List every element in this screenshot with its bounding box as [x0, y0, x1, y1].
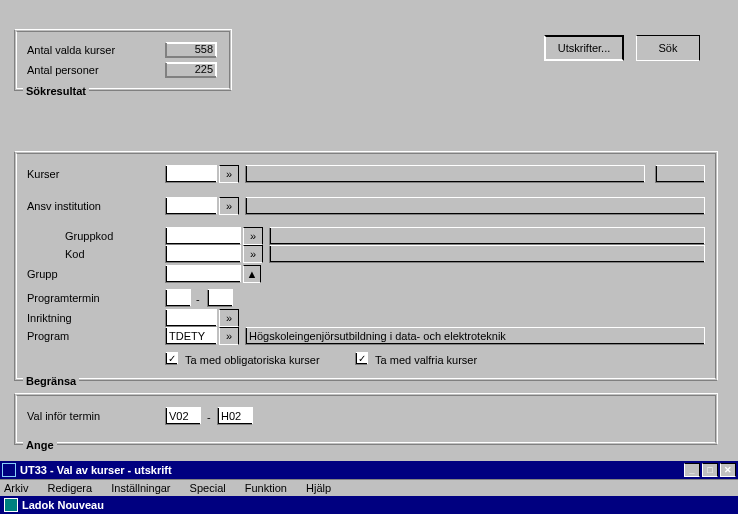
group-begransa: Begränsa ✓ Ta med obligatoriska kurser ✓… [14, 151, 718, 381]
lookup-ansv-institution-button[interactable]: » [219, 197, 239, 215]
label-antal-valda: Antal valda kurser [27, 44, 115, 56]
input-termin-to[interactable]: H02 [217, 407, 253, 425]
label-program: Program [27, 330, 69, 342]
label-ansv-institution: Ansv institution [27, 200, 101, 212]
value-antal-valda: 558 [165, 42, 217, 58]
menu-redigera[interactable]: Redigera [48, 482, 101, 494]
menu-funktion[interactable]: Funktion [245, 482, 295, 494]
doc-title-text: UT33 - Val av kurser - utskrift [20, 464, 172, 476]
sok-button[interactable]: Sök [636, 35, 700, 61]
app-icon [4, 498, 18, 512]
display-kurser-desc [245, 165, 645, 183]
input-progtermin-to[interactable] [207, 289, 233, 307]
lookup-kod-button[interactable]: » [243, 245, 263, 263]
check-icon: ✓ [165, 352, 178, 365]
lookup-gruppkod-button[interactable]: » [243, 227, 263, 245]
menu-special[interactable]: Special [190, 482, 234, 494]
doc-icon [2, 463, 16, 477]
group-ange: Ange Val inför termin V02 - H02 [14, 393, 718, 445]
menu-hjalp[interactable]: Hjälp [306, 482, 339, 494]
group-begransa-legend: Begränsa [23, 375, 79, 387]
group-sokresultat: Sökresultat Antal personer 225 Antal val… [14, 29, 232, 91]
utskrifter-button[interactable]: Utskrifter... [544, 35, 624, 61]
label-grupp: Grupp [27, 268, 58, 280]
group-sokresultat-legend: Sökresultat [23, 85, 89, 97]
input-gruppkod[interactable] [165, 227, 241, 245]
label-antal-personer: Antal personer [27, 64, 99, 76]
checkbox-valfria[interactable]: ✓ Ta med valfria kurser [355, 352, 477, 366]
check-icon: ✓ [355, 352, 368, 365]
input-kurser[interactable] [165, 165, 217, 183]
app-title-text: Ladok Nouveau [22, 499, 104, 511]
dropdown-grupp-button[interactable]: ▲ [243, 265, 261, 283]
label-gruppkod: Gruppkod [65, 230, 113, 242]
group-ange-legend: Ange [23, 439, 57, 451]
display-program-desc: Högskoleingenjörsutbildning i data- och … [245, 327, 705, 345]
maximize-button[interactable]: □ [702, 463, 718, 477]
label-kurser: Kurser [27, 168, 59, 180]
label-val-infor-termin: Val inför termin [27, 410, 100, 422]
input-termin-from[interactable]: V02 [165, 407, 201, 425]
input-kod[interactable] [165, 245, 241, 263]
minimize-button[interactable]: _ [684, 463, 700, 477]
label-kod: Kod [65, 248, 85, 260]
menu-installningar[interactable]: Inställningar [111, 482, 178, 494]
display-ansv-institution-desc [245, 197, 705, 215]
value-antal-personer: 225 [165, 62, 217, 78]
input-program[interactable]: TDETY [165, 327, 217, 345]
label-programtermin: Programtermin [27, 292, 100, 304]
label-inriktning: Inriktning [27, 312, 72, 324]
lookup-kurser-button[interactable]: » [219, 165, 239, 183]
lookup-inriktning-button[interactable]: » [219, 309, 239, 327]
app-titlebar: Ladok Nouveau [0, 496, 738, 514]
close-button[interactable]: ✕ [720, 463, 736, 477]
dash-progtermin: - [196, 293, 200, 305]
display-gruppkod-desc [269, 227, 705, 245]
input-inriktning[interactable] [165, 309, 217, 327]
lookup-program-button[interactable]: » [219, 327, 239, 345]
client-area: Ange Val inför termin V02 - H02 Begränsa… [0, 3, 738, 461]
menu-arkiv[interactable]: Arkiv [4, 482, 36, 494]
doc-titlebar: UT33 - Val av kurser - utskrift _ □ ✕ [0, 461, 738, 479]
select-grupp[interactable] [165, 265, 241, 283]
menubar: Arkiv Redigera Inställningar Special Fun… [0, 479, 738, 496]
input-progtermin-from[interactable] [165, 289, 191, 307]
display-kod-desc [269, 245, 705, 263]
dash-termin: - [207, 411, 211, 423]
input-ansv-institution[interactable] [165, 197, 217, 215]
checkbox-obligatoriska[interactable]: ✓ Ta med obligatoriska kurser [165, 352, 320, 366]
display-kurser-extra [655, 165, 705, 183]
